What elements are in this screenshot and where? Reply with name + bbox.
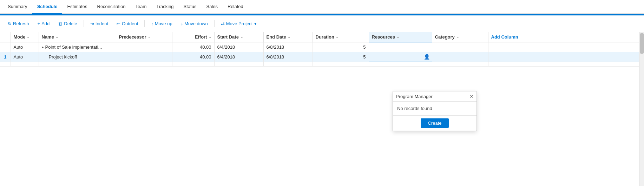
person-icon: 👤 <box>424 54 430 60</box>
col-header-mode[interactable]: Mode ⌄ <box>11 32 39 42</box>
resources-0 <box>369 42 432 52</box>
outdent-icon: ⇤ <box>117 21 120 26</box>
col-header-category[interactable]: Category ⌄ <box>432 32 488 42</box>
category-0 <box>432 42 488 52</box>
category-1 <box>432 52 488 62</box>
effort-sort-icon: ⌄ <box>209 35 211 39</box>
toolbar-separator-1 <box>84 20 84 27</box>
delete-button[interactable]: 🗑 Delete <box>54 20 81 28</box>
delete-icon: 🗑 <box>58 21 63 26</box>
start-date-1: 6/4/2018 <box>214 52 263 62</box>
col-header-rownum <box>0 32 11 42</box>
empty-predecessor <box>116 62 172 66</box>
tab-estimates[interactable]: Estimates <box>62 0 92 14</box>
dropdown-footer: Create <box>393 115 477 131</box>
add-icon: + <box>38 21 40 26</box>
col-header-effort[interactable]: Effort ⌄ <box>172 32 214 42</box>
move-down-icon: ↓ <box>181 21 183 26</box>
col-header-name[interactable]: Name ⌄ <box>39 32 116 42</box>
table-wrapper: Mode ⌄ Name ⌄ Predecessor ⌄ <box>0 32 644 186</box>
scrollbar-track[interactable] <box>639 32 644 186</box>
empty-name <box>39 62 116 66</box>
toolbar-separator-3 <box>214 20 215 27</box>
tab-status[interactable]: Status <box>179 0 202 14</box>
tab-team[interactable]: Team <box>130 0 151 14</box>
table-row: 1 Auto Project kickoff 40.00 6/4/2018 6/… <box>0 52 644 62</box>
col-header-predecessor[interactable]: Predecessor ⌄ <box>116 32 172 42</box>
mode-sort-icon: ⌄ <box>27 35 29 39</box>
add-column-label: Add Column <box>491 34 518 40</box>
indent-label: Indent <box>96 21 108 26</box>
move-up-button[interactable]: ↑ Move up <box>147 20 176 28</box>
nav-tabs: Summary Schedule Estimates Reconciliatio… <box>0 0 644 14</box>
schedule-table: Mode ⌄ Name ⌄ Predecessor ⌄ <box>0 32 644 67</box>
tab-schedule[interactable]: Schedule <box>32 0 63 14</box>
move-project-button[interactable]: ⇄ Move Project ▾ <box>217 20 260 28</box>
resources-sort-icon: ⌄ <box>396 35 399 39</box>
mode-col-label: Mode <box>14 34 26 40</box>
name-0[interactable]: ▸ Point of Sale implementati... <box>39 42 116 52</box>
add-col-0 <box>488 42 644 52</box>
effort-0: 40.00 <box>172 42 214 52</box>
start-date-0: 6/4/2018 <box>214 42 263 52</box>
col-header-end-date[interactable]: End Date ⌄ <box>263 32 313 42</box>
duration-sort-icon: ⌄ <box>336 35 339 39</box>
name-col-label: Name <box>42 34 54 40</box>
predecessor-sort-icon: ⌄ <box>148 35 151 39</box>
outdent-label: Outdent <box>122 21 138 26</box>
predecessor-col-label: Predecessor <box>119 34 146 40</box>
tab-summary[interactable]: Summary <box>3 0 32 14</box>
toolbar: ↻ Refresh + Add 🗑 Delete ⇥ Indent ⇤ Outd… <box>0 15 644 32</box>
toolbar-separator-2 <box>144 20 145 27</box>
empty-resources <box>369 62 432 66</box>
col-header-start-date[interactable]: Start Date ⌄ <box>214 32 263 42</box>
predecessor-1 <box>116 52 172 62</box>
resources-col-label: Resources <box>372 34 395 40</box>
add-label: Add <box>41 21 50 26</box>
resources-search-input[interactable] <box>396 94 467 99</box>
tab-sales[interactable]: Sales <box>201 0 223 14</box>
add-button[interactable]: + Add <box>34 20 53 28</box>
move-up-label: Move up <box>155 21 172 26</box>
name-text-1: Project kickoff <box>49 54 77 60</box>
table-row: Auto ▸ Point of Sale implementati... 40.… <box>0 42 644 52</box>
empty-mode <box>11 62 39 66</box>
refresh-icon: ↻ <box>8 21 12 26</box>
refresh-button[interactable]: ↻ Refresh <box>4 20 33 28</box>
duration-1: 5 <box>313 52 369 62</box>
category-sort-icon: ⌄ <box>456 35 459 39</box>
start-date-sort-icon: ⌄ <box>240 35 243 39</box>
move-project-icon: ⇄ <box>221 21 225 26</box>
end-date-1: 6/8/2018 <box>263 52 313 62</box>
dropdown-clear-button[interactable]: ✕ <box>469 94 474 99</box>
empty-add <box>488 62 644 66</box>
outdent-button[interactable]: ⇤ Outdent <box>113 20 142 28</box>
name-1[interactable]: Project kickoff <box>39 52 116 62</box>
end-date-sort-icon: ⌄ <box>288 35 290 39</box>
indent-icon: ⇥ <box>90 21 94 26</box>
name-text-0: Point of Sale implementati... <box>45 44 102 50</box>
col-header-duration[interactable]: Duration ⌄ <box>313 32 369 42</box>
indent-button[interactable]: ⇥ Indent <box>87 20 112 28</box>
move-project-chevron-icon: ▾ <box>254 21 257 26</box>
tab-related[interactable]: Related <box>223 0 248 14</box>
tab-reconciliation[interactable]: Reconciliation <box>92 0 131 14</box>
col-header-add-column[interactable]: Add Column <box>488 32 644 42</box>
tab-tracking[interactable]: Tracking <box>151 0 178 14</box>
resources-1[interactable]: 👤 <box>369 52 432 62</box>
row-num-1: 1 <box>0 52 11 62</box>
move-down-button[interactable]: ↓ Move down <box>177 20 211 28</box>
duration-col-label: Duration <box>316 34 334 40</box>
col-header-resources[interactable]: Resources ⌄ <box>369 32 432 42</box>
mode-0: Auto <box>11 42 39 52</box>
name-sort-icon: ⌄ <box>55 35 58 39</box>
end-date-0: 6/8/2018 <box>263 42 313 52</box>
move-up-icon: ↑ <box>151 21 153 26</box>
table-row-empty <box>0 62 644 66</box>
mode-1: Auto <box>11 52 39 62</box>
scrollbar-thumb[interactable] <box>640 33 644 54</box>
category-col-label: Category <box>435 34 455 40</box>
create-button[interactable]: Create <box>421 118 448 128</box>
row-num-0 <box>0 42 11 52</box>
dropdown-search-area: ✕ <box>393 91 477 102</box>
